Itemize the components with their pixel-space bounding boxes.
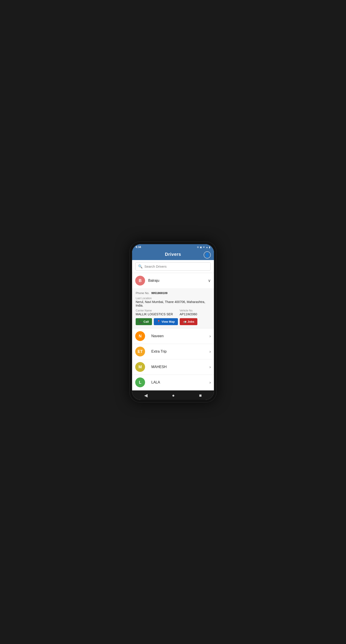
nav-bar: ◀ ● ■ (132, 390, 214, 400)
view-map-button[interactable]: 📍 View Map (154, 318, 178, 325)
driver-name-naveen: Naveen (151, 334, 209, 338)
search-icon: 🔍 (138, 264, 143, 268)
person-icon: 👤 (205, 252, 210, 258)
avatar-mahesh: M (135, 362, 145, 372)
chevron-right-icon: › (209, 349, 211, 354)
signal-icon: ▲ (206, 246, 208, 248)
truck-icon: 🚛 (183, 320, 186, 323)
home-button[interactable]: ● (172, 393, 175, 398)
driver-item-extra trip[interactable]: ET Extra Trip › (132, 344, 214, 359)
phone-call-icon: 📞 (139, 320, 142, 323)
phone-value: 9951869109 (151, 291, 167, 295)
driver-name-lala: LALA (151, 380, 209, 384)
battery-icon: ▮ (209, 246, 210, 248)
header-title: Drivers (165, 252, 181, 257)
search-container: 🔍 (132, 260, 214, 273)
settings-icon: ⚙ (197, 246, 199, 248)
vehicle-section: Vehicle No. AP11W2060 (180, 309, 197, 316)
profile-button[interactable]: 👤 (204, 251, 211, 258)
driver-item-lala[interactable]: L LALA › (132, 375, 214, 390)
driver-item-balraju: B Balraju ∨ Phone No. 9951869109 Last Lo… (132, 273, 214, 328)
call-button[interactable]: 📞 Call (136, 318, 152, 325)
recents-button[interactable]: ■ (199, 393, 202, 398)
driver-details-balraju: Phone No. 9951869109 Last Location Nerul… (132, 288, 214, 328)
location-row: Last Location Nerul, Navi Mumbai, Thane … (136, 297, 210, 307)
wifi-icon: ▼ (203, 246, 205, 248)
vehicle-value: AP11W2060 (180, 312, 197, 316)
avatar-extra trip: ET (135, 346, 145, 356)
vehicle-label: Vehicle No. (180, 309, 197, 312)
chevron-down-icon: ∨ (208, 278, 211, 283)
carrier-label: Carrier Name (136, 309, 173, 312)
driver-name-extra trip: Extra Trip (151, 350, 209, 354)
content-area: 🔍 B Balraju ∨ (132, 260, 214, 390)
jobs-button[interactable]: 🚛 Jobs (180, 318, 197, 325)
status-bar: 6:34 ⚙ ▣ ▼ ▲ ▮ (132, 244, 214, 250)
driver-name-mahesh: MAHESH (151, 365, 209, 369)
sim-icon: ▣ (200, 246, 202, 248)
avatar-naveen: N (135, 331, 145, 341)
status-time: 6:34 (136, 246, 141, 249)
driver-list: B Balraju ∨ Phone No. 9951869109 Last Lo… (132, 273, 214, 390)
app-header: Drivers 👤 (132, 250, 214, 260)
carrier-section: Carrier Name MALLIK LOGESTICS SER (136, 309, 173, 316)
avatar-balraju: B (135, 276, 145, 286)
chevron-right-icon: › (209, 380, 211, 385)
phone-frame: 6:34 ⚙ ▣ ▼ ▲ ▮ Drivers 👤 🔍 (129, 242, 217, 402)
driver-item-naveen[interactable]: N Naveen › (132, 328, 214, 344)
chevron-right-icon: › (209, 365, 211, 370)
chevron-right-icon: › (209, 334, 211, 338)
driver-header-balraju[interactable]: B Balraju ∨ (132, 273, 214, 288)
status-icons: ⚙ ▣ ▼ ▲ ▮ (197, 246, 210, 248)
carrier-value: MALLIK LOGESTICS SER (136, 312, 173, 316)
location-label: Last Location (136, 297, 210, 300)
search-box[interactable]: 🔍 (135, 262, 211, 270)
back-button[interactable]: ◀ (144, 393, 148, 398)
phone-label: Phone No. (136, 291, 149, 295)
search-input[interactable] (144, 264, 208, 268)
phone-screen: 6:34 ⚙ ▣ ▼ ▲ ▮ Drivers 👤 🔍 (132, 244, 214, 400)
phone-row: Phone No. 9951869109 (136, 291, 210, 295)
location-value: Nerul, Navi Mumbai, Thane 400706, Mahara… (136, 300, 210, 307)
driver-item-mahesh[interactable]: M MAHESH › (132, 359, 214, 375)
action-buttons: 📞 Call 📍 View Map 🚛 Jobs (136, 318, 210, 325)
avatar-lala: L (135, 378, 145, 387)
map-pin-icon: 📍 (157, 320, 160, 323)
driver-name-balraju: Balraju (148, 278, 208, 283)
carrier-vehicle-row: Carrier Name MALLIK LOGESTICS SER Vehicl… (136, 309, 210, 316)
collapsed-drivers: N Naveen › ET Extra Trip › M MAHESH › L … (132, 328, 214, 390)
